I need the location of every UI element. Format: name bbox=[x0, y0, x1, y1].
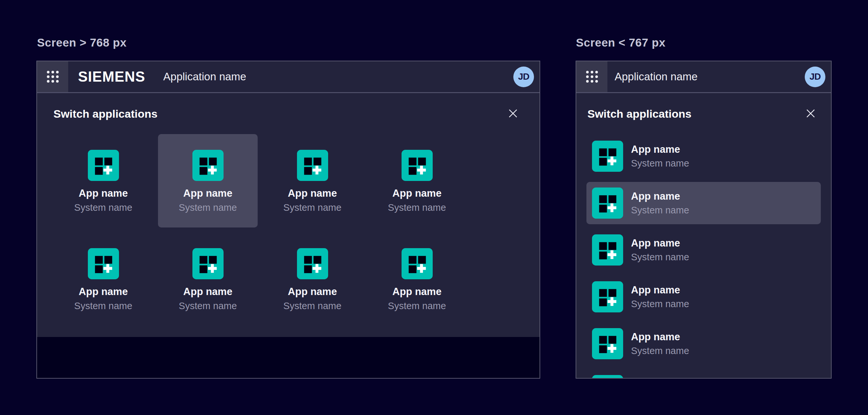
app-window-plus-icon bbox=[88, 248, 119, 279]
app-name: App name bbox=[392, 188, 441, 199]
app-window-plus-icon bbox=[592, 375, 623, 378]
breakpoint-label-desktop: Screen > 768 px bbox=[37, 36, 127, 49]
app-tile[interactable]: App name System name bbox=[262, 134, 362, 227]
siemens-logo: SIEMENS bbox=[78, 68, 145, 85]
app-list: App name System name App name System nam… bbox=[586, 135, 821, 378]
app-list-item[interactable]: App name System name bbox=[586, 182, 821, 224]
app-window-plus-icon bbox=[192, 150, 223, 181]
app-name: App name bbox=[288, 188, 337, 199]
app-list-item[interactable]: App name System name bbox=[586, 370, 821, 378]
desktop-titlebar: SIEMENS Application name JD bbox=[37, 61, 539, 93]
app-tile[interactable]: App name System name bbox=[54, 232, 153, 326]
app-window-plus-icon bbox=[592, 328, 623, 359]
switch-applications-overlay: Switch applications App name System name… bbox=[37, 93, 539, 337]
app-name: App name bbox=[183, 286, 232, 298]
app-window-plus-icon bbox=[592, 188, 623, 219]
app-window-plus-icon bbox=[592, 234, 623, 265]
app-tile[interactable]: App name System name bbox=[367, 232, 467, 326]
app-tile[interactable]: App name System name bbox=[54, 134, 153, 227]
app-list-item[interactable]: App name System name bbox=[586, 135, 821, 177]
app-launcher-button[interactable] bbox=[576, 61, 608, 92]
app-list-item-text: App name System name bbox=[631, 189, 689, 217]
overlay-title: Switch applications bbox=[54, 107, 157, 120]
app-list-item[interactable]: App name System name bbox=[586, 276, 821, 318]
mobile-app-window: Application name JD Switch applications … bbox=[576, 61, 832, 379]
app-list-item-text: App name System name bbox=[631, 330, 689, 358]
app-window-plus-icon bbox=[88, 150, 119, 181]
system-name: System name bbox=[179, 202, 237, 213]
app-window-plus-icon bbox=[192, 248, 223, 279]
app-tile[interactable]: App name System name bbox=[262, 232, 362, 326]
mobile-titlebar: Application name JD bbox=[576, 61, 831, 93]
app-list-item-text: App name System name bbox=[631, 236, 689, 264]
switch-applications-overlay: Switch applications App name System name… bbox=[576, 93, 831, 378]
app-launcher-grid-icon bbox=[585, 70, 599, 84]
app-list-item-text: App name System name bbox=[631, 142, 689, 170]
desktop-app-window: SIEMENS Application name JD Switch appli… bbox=[36, 61, 540, 379]
app-name: App name bbox=[79, 188, 128, 199]
app-name: App name bbox=[631, 142, 689, 156]
app-window-plus-icon bbox=[592, 281, 623, 312]
app-name: App name bbox=[631, 377, 689, 378]
app-tile[interactable]: App name System name bbox=[158, 134, 258, 227]
system-name: System name bbox=[388, 202, 446, 213]
app-list-item-text: App name System name bbox=[631, 283, 689, 311]
app-name: App name bbox=[392, 286, 441, 298]
app-name: App name bbox=[631, 236, 689, 250]
breakpoint-label-mobile: Screen < 767 px bbox=[576, 36, 665, 49]
user-avatar[interactable]: JD bbox=[513, 67, 534, 87]
system-name: System name bbox=[283, 300, 341, 311]
app-tile[interactable]: App name System name bbox=[367, 134, 467, 227]
app-window-plus-icon bbox=[297, 248, 328, 279]
system-name: System name bbox=[631, 203, 689, 217]
app-launcher-grid-icon bbox=[46, 70, 60, 84]
overlay-title: Switch applications bbox=[587, 107, 691, 120]
app-launcher-button[interactable] bbox=[37, 61, 68, 92]
app-name: App name bbox=[288, 286, 337, 298]
app-window-plus-icon bbox=[402, 150, 433, 181]
system-name: System name bbox=[631, 297, 689, 311]
user-avatar[interactable]: JD bbox=[805, 67, 826, 87]
system-name: System name bbox=[631, 250, 689, 264]
app-name: App name bbox=[631, 189, 689, 203]
app-window-plus-icon bbox=[592, 140, 623, 172]
system-name: System name bbox=[388, 300, 446, 311]
close-x-icon bbox=[507, 107, 519, 120]
app-name: App name bbox=[631, 283, 689, 297]
app-tile-grid: App name System name App name System nam… bbox=[54, 134, 467, 326]
system-name: System name bbox=[631, 344, 689, 358]
close-button[interactable] bbox=[506, 107, 520, 120]
app-name: App name bbox=[183, 188, 232, 199]
app-name: App name bbox=[631, 330, 689, 344]
system-name: System name bbox=[631, 156, 689, 170]
app-window-plus-icon bbox=[297, 150, 328, 181]
close-x-icon bbox=[804, 107, 817, 120]
app-list-item[interactable]: App name System name bbox=[586, 323, 821, 365]
app-name: App name bbox=[79, 286, 128, 298]
app-list-item[interactable]: App name System name bbox=[586, 229, 821, 271]
system-name: System name bbox=[74, 300, 132, 311]
app-tile[interactable]: App name System name bbox=[158, 232, 258, 326]
close-button[interactable] bbox=[804, 107, 817, 120]
application-title: Application name bbox=[615, 70, 698, 83]
application-title: Application name bbox=[163, 70, 246, 83]
system-name: System name bbox=[74, 202, 132, 213]
system-name: System name bbox=[283, 202, 341, 213]
system-name: System name bbox=[179, 300, 237, 311]
app-list-item-text: App name System name bbox=[631, 377, 689, 378]
app-window-plus-icon bbox=[402, 248, 433, 279]
